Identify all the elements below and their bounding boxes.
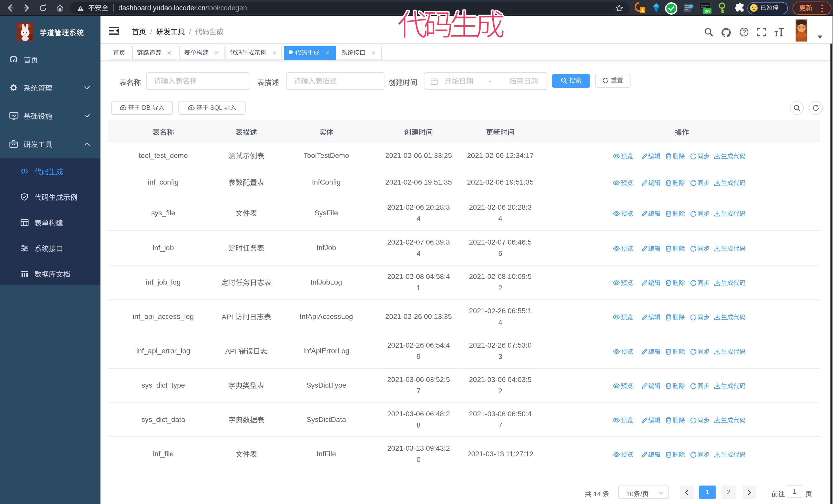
svg-text:1: 1	[641, 8, 644, 13]
svg-text:on: on	[705, 9, 710, 14]
